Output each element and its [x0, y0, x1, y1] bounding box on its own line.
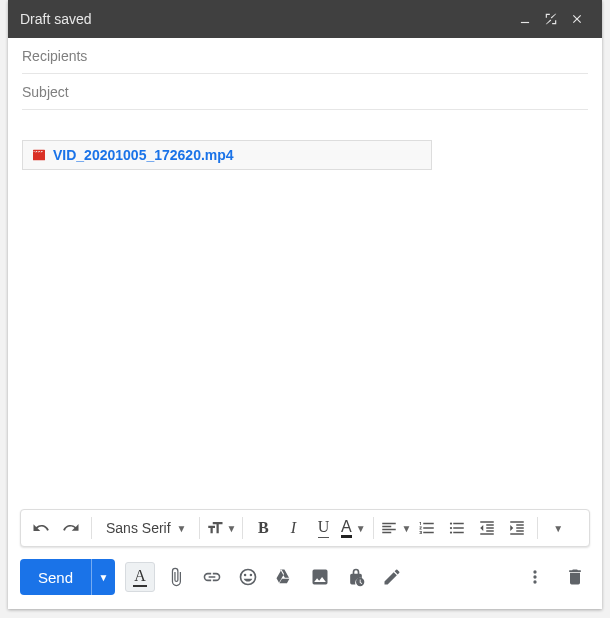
insert-link-button[interactable] — [197, 562, 227, 592]
link-icon — [202, 567, 222, 587]
minimize-icon — [518, 12, 532, 26]
format-toolbar: Sans Serif ▼ ▼ B I U A ▼ ▼ ▼ — [20, 509, 590, 547]
redo-button[interactable] — [57, 514, 85, 542]
close-icon — [570, 12, 584, 26]
send-options-button[interactable]: ▼ — [91, 559, 115, 595]
separator — [91, 517, 92, 539]
separator — [199, 517, 200, 539]
separator — [242, 517, 243, 539]
indent-decrease-icon — [478, 519, 496, 537]
text-color-button[interactable]: A ▼ — [339, 514, 367, 542]
paperclip-icon — [166, 567, 186, 587]
trash-icon — [565, 567, 585, 587]
image-icon — [310, 567, 330, 587]
font-name: Sans Serif — [106, 520, 171, 536]
font-size-icon — [206, 519, 224, 537]
svg-rect-0 — [521, 22, 529, 23]
attachment-chip[interactable]: VID_20201005_172620.mp4 — [22, 140, 432, 170]
confidential-mode-button[interactable] — [341, 562, 371, 592]
chevron-down-icon: ▼ — [227, 523, 237, 534]
video-file-icon — [31, 147, 47, 163]
undo-button[interactable] — [27, 514, 55, 542]
bold-button[interactable]: B — [249, 514, 277, 542]
align-left-icon — [380, 519, 398, 537]
more-options-button[interactable] — [520, 562, 550, 592]
pen-icon — [382, 567, 402, 587]
underline-button[interactable]: U — [309, 514, 337, 542]
drive-icon — [274, 567, 294, 587]
more-vert-icon — [525, 567, 545, 587]
subject-field[interactable]: Subject — [22, 74, 588, 110]
numbered-list-button[interactable] — [413, 514, 441, 542]
indent-increase-icon — [508, 519, 526, 537]
separator — [537, 517, 538, 539]
attach-file-button[interactable] — [161, 562, 191, 592]
redo-icon — [62, 519, 80, 537]
align-button[interactable]: ▼ — [380, 514, 411, 542]
text-format-icon: A — [133, 567, 147, 587]
indent-less-button[interactable] — [473, 514, 501, 542]
send-group: Send ▼ — [20, 559, 115, 595]
titlebar: Draft saved — [8, 0, 602, 38]
discard-draft-button[interactable] — [560, 562, 590, 592]
italic-button[interactable]: I — [279, 514, 307, 542]
insert-drive-button[interactable] — [269, 562, 299, 592]
lock-clock-icon — [346, 567, 366, 587]
emoji-icon — [238, 567, 258, 587]
attachment-filename: VID_20201005_172620.mp4 — [53, 147, 234, 163]
chevron-down-icon: ▼ — [553, 523, 563, 534]
header-fields: Recipients Subject — [8, 38, 602, 110]
bottom-toolbar: Send ▼ A — [8, 559, 602, 609]
chevron-down-icon: ▼ — [401, 523, 411, 534]
insert-signature-button[interactable] — [377, 562, 407, 592]
recipients-field[interactable]: Recipients — [22, 38, 588, 74]
undo-icon — [32, 519, 50, 537]
send-button[interactable]: Send — [20, 559, 91, 595]
more-formatting-button[interactable]: ▼ — [544, 514, 572, 542]
close-button[interactable] — [564, 6, 590, 32]
separator — [373, 517, 374, 539]
insert-photo-button[interactable] — [305, 562, 335, 592]
font-family-select[interactable]: Sans Serif ▼ — [98, 514, 193, 542]
insert-emoji-button[interactable] — [233, 562, 263, 592]
fullscreen-button[interactable] — [538, 6, 564, 32]
bulleted-list-icon — [448, 519, 466, 537]
chevron-down-icon: ▼ — [356, 523, 366, 534]
compose-window: Draft saved Recipients Subject VID_20201… — [8, 0, 602, 609]
expand-icon — [544, 12, 558, 26]
message-body[interactable]: VID_20201005_172620.mp4 — [8, 110, 602, 509]
minimize-button[interactable] — [512, 6, 538, 32]
font-size-button[interactable]: ▼ — [206, 514, 237, 542]
formatting-toggle-button[interactable]: A — [125, 562, 155, 592]
chevron-down-icon: ▼ — [177, 523, 187, 534]
window-title: Draft saved — [20, 11, 512, 27]
numbered-list-icon — [418, 519, 436, 537]
indent-more-button[interactable] — [503, 514, 531, 542]
bulleted-list-button[interactable] — [443, 514, 471, 542]
action-icons: A — [125, 562, 407, 592]
